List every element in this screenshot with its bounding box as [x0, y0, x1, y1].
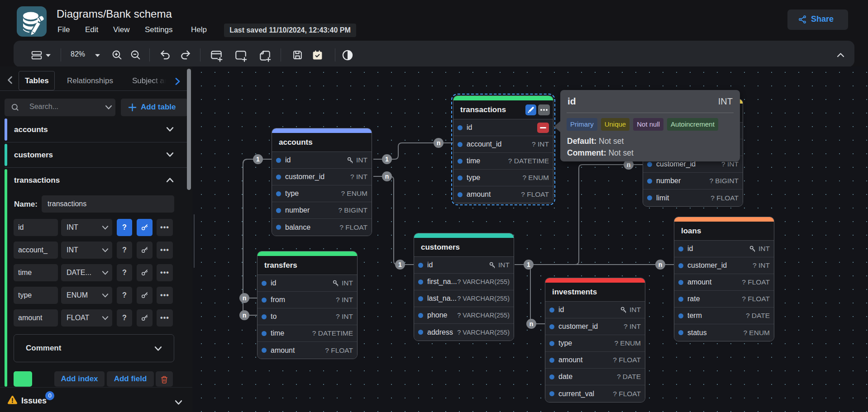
svg-text:n: n	[243, 312, 247, 319]
svg-text:n: n	[243, 294, 247, 302]
svg-text:n: n	[437, 139, 441, 147]
svg-text:1: 1	[256, 156, 260, 163]
svg-text:n: n	[385, 173, 389, 180]
svg-text:1: 1	[385, 156, 389, 163]
svg-text:1: 1	[527, 261, 530, 268]
svg-text:n: n	[627, 161, 631, 168]
svg-text:n: n	[658, 261, 663, 268]
svg-text:n: n	[529, 320, 534, 327]
svg-text:1: 1	[398, 261, 402, 268]
